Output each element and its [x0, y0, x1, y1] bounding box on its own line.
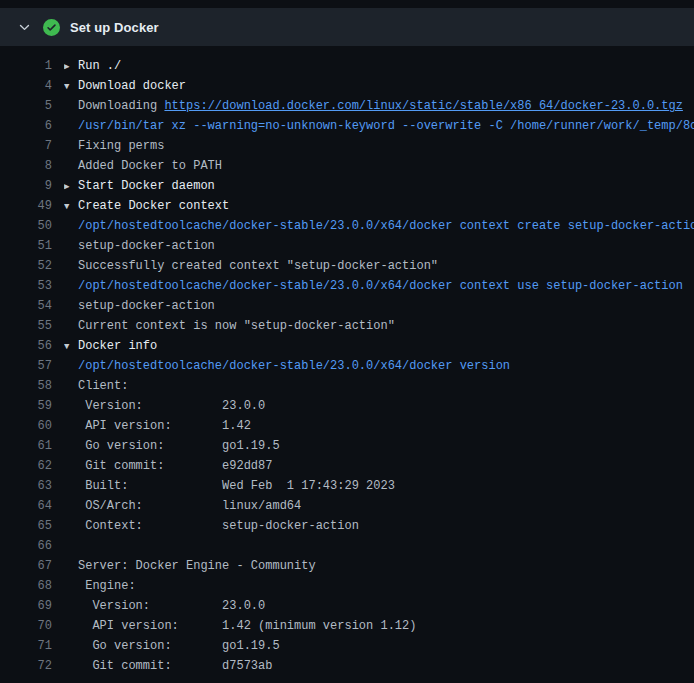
log-line: 61 Go version: go1.19.5 [0, 436, 694, 456]
line-number[interactable]: 59 [0, 396, 52, 416]
triangle-down-icon[interactable]: ▼ [64, 197, 78, 216]
log-line: 71 Go version: go1.19.5 [0, 636, 694, 656]
line-number[interactable]: 63 [0, 476, 52, 496]
line-content: /usr/bin/tar xz --warning=no-unknown-key… [64, 116, 694, 136]
command-text: /usr/bin/tar xz --warning=no-unknown-key… [78, 119, 694, 133]
line-content [64, 536, 694, 556]
line-number[interactable]: 64 [0, 496, 52, 516]
group-title: Create Docker context [78, 199, 229, 213]
log-link[interactable]: https://download.docker.com/linux/static… [164, 99, 682, 113]
line-content: ▶Start Docker daemon [64, 176, 694, 196]
log-line: 68 Engine: [0, 576, 694, 596]
log-line: 53/opt/hostedtoolcache/docker-stable/23.… [0, 276, 694, 296]
triangle-right-icon[interactable]: ▶ [64, 177, 78, 196]
group-title: Run ./ [78, 59, 121, 73]
chevron-down-icon[interactable] [16, 19, 32, 35]
line-number[interactable]: 54 [0, 296, 52, 316]
line-number[interactable]: 7 [0, 136, 52, 156]
log-line: 72 Git commit: d7573ab [0, 656, 694, 676]
line-number[interactable]: 56 [0, 336, 52, 356]
log-line: 7Fixing perms [0, 136, 694, 156]
line-number[interactable]: 67 [0, 556, 52, 576]
line-content: ▼Download docker [64, 76, 694, 96]
line-content: /opt/hostedtoolcache/docker-stable/23.0.… [64, 276, 694, 296]
line-number[interactable]: 51 [0, 236, 52, 256]
line-number[interactable]: 50 [0, 216, 52, 236]
log-viewer: Set up Docker 1▶Run ./4▼Download docker5… [0, 8, 694, 676]
line-content: /opt/hostedtoolcache/docker-stable/23.0.… [64, 356, 694, 376]
log-line: 58Client: [0, 376, 694, 396]
line-number[interactable]: 57 [0, 356, 52, 376]
line-number[interactable]: 62 [0, 456, 52, 476]
log-line: 70 API version: 1.42 (minimum version 1.… [0, 616, 694, 636]
log-text: Added Docker to PATH [78, 159, 222, 173]
line-number[interactable]: 53 [0, 276, 52, 296]
step-title: Set up Docker [70, 20, 159, 35]
log-line: 69 Version: 23.0.0 [0, 596, 694, 616]
triangle-right-icon[interactable]: ▶ [64, 57, 78, 76]
line-number[interactable]: 69 [0, 596, 52, 616]
line-number[interactable]: 8 [0, 156, 52, 176]
line-content: Go version: go1.19.5 [64, 636, 694, 656]
line-content: Version: 23.0.0 [64, 396, 694, 416]
line-content: Context: setup-docker-action [64, 516, 694, 536]
log-text: Current context is now "setup-docker-act… [78, 319, 395, 333]
log-line: 49▼Create Docker context [0, 196, 694, 216]
log-text: Successfully created context "setup-dock… [78, 259, 438, 273]
line-content: Client: [64, 376, 694, 396]
line-content: Go version: go1.19.5 [64, 436, 694, 456]
line-content: Git commit: d7573ab [64, 656, 694, 676]
line-content: Current context is now "setup-docker-act… [64, 316, 694, 336]
log-line: 8Added Docker to PATH [0, 156, 694, 176]
command-text: /opt/hostedtoolcache/docker-stable/23.0.… [78, 219, 694, 233]
log-text: Server: Docker Engine - Community [78, 559, 316, 573]
line-content: setup-docker-action [64, 236, 694, 256]
log-line: 6/usr/bin/tar xz --warning=no-unknown-ke… [0, 116, 694, 136]
line-number[interactable]: 52 [0, 256, 52, 276]
command-text: /opt/hostedtoolcache/docker-stable/23.0.… [78, 359, 510, 373]
line-content: Downloading https://download.docker.com/… [64, 96, 694, 116]
log-line: 4▼Download docker [0, 76, 694, 96]
line-content: Server: Docker Engine - Community [64, 556, 694, 576]
log-text: Git commit: e92dd87 [78, 459, 272, 473]
log-line: 56▼Docker info [0, 336, 694, 356]
line-number[interactable]: 55 [0, 316, 52, 336]
log-line: 54setup-docker-action [0, 296, 694, 316]
log-line: 63 Built: Wed Feb 1 17:43:29 2023 [0, 476, 694, 496]
group-title: Docker info [78, 339, 157, 353]
log-line: 1▶Run ./ [0, 56, 694, 76]
log-line: 62 Git commit: e92dd87 [0, 456, 694, 476]
line-number[interactable]: 6 [0, 116, 52, 136]
line-number[interactable]: 61 [0, 436, 52, 456]
line-content: API version: 1.42 (minimum version 1.12) [64, 616, 694, 636]
line-number[interactable]: 66 [0, 536, 52, 556]
line-content: /opt/hostedtoolcache/docker-stable/23.0.… [64, 216, 694, 236]
line-content: OS/Arch: linux/amd64 [64, 496, 694, 516]
line-number[interactable]: 1 [0, 56, 52, 76]
log-line: 66 [0, 536, 694, 556]
line-content: setup-docker-action [64, 296, 694, 316]
line-number[interactable]: 72 [0, 656, 52, 676]
line-number[interactable]: 70 [0, 616, 52, 636]
line-content: Version: 23.0.0 [64, 596, 694, 616]
log-line: 60 API version: 1.42 [0, 416, 694, 436]
line-number[interactable]: 68 [0, 576, 52, 596]
log-text: OS/Arch: linux/amd64 [78, 499, 301, 513]
log-line: 51setup-docker-action [0, 236, 694, 256]
line-content: Fixing perms [64, 136, 694, 156]
log-text: Go version: go1.19.5 [78, 639, 280, 653]
triangle-down-icon[interactable]: ▼ [64, 77, 78, 96]
line-number[interactable]: 9 [0, 176, 52, 196]
line-number[interactable]: 65 [0, 516, 52, 536]
log-text: Go version: go1.19.5 [78, 439, 280, 453]
line-number[interactable]: 4 [0, 76, 52, 96]
log-line: 57/opt/hostedtoolcache/docker-stable/23.… [0, 356, 694, 376]
triangle-down-icon[interactable]: ▼ [64, 337, 78, 356]
line-number[interactable]: 60 [0, 416, 52, 436]
line-number[interactable]: 58 [0, 376, 52, 396]
line-number[interactable]: 49 [0, 196, 52, 216]
log-line: 5Downloading https://download.docker.com… [0, 96, 694, 116]
line-number[interactable]: 71 [0, 636, 52, 656]
step-header[interactable]: Set up Docker [0, 8, 694, 46]
line-number[interactable]: 5 [0, 96, 52, 116]
